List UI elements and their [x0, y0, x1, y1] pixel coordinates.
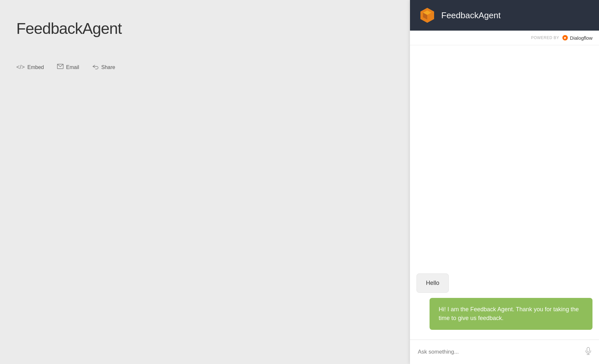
user-message-bubble: Hello [416, 273, 449, 293]
email-label: Email [66, 64, 79, 70]
share-action[interactable]: Share [92, 63, 115, 71]
mic-icon[interactable] [585, 347, 591, 357]
chat-widget: FeedbackAgent POWERED BY Dialogflow Hell… [410, 0, 599, 364]
left-panel: FeedbackAgent </> Embed Email Share [0, 0, 410, 364]
chat-header-title: FeedbackAgent [441, 10, 501, 21]
share-label: Share [101, 64, 115, 70]
chat-header: FeedbackAgent [410, 0, 599, 31]
powered-by-label: POWERED BY [531, 35, 559, 40]
action-bar: </> Embed Email Share [16, 63, 394, 71]
chat-logo-icon [419, 7, 435, 23]
chat-messages: Hello Hi! I am the Feedback Agent. Thank… [410, 45, 599, 340]
svg-rect-6 [587, 347, 590, 352]
embed-icon: </> [16, 64, 25, 71]
email-icon [57, 64, 64, 71]
dialogflow-logo: Dialogflow [562, 35, 592, 41]
agent-message-bubble: Hi! I am the Feedback Agent. Thank you f… [430, 298, 592, 330]
message-user: Hello [416, 273, 449, 293]
embed-action[interactable]: </> Embed [16, 64, 44, 71]
email-action[interactable]: Email [57, 64, 79, 71]
message-agent: Hi! I am the Feedback Agent. Thank you f… [430, 298, 592, 330]
chat-input[interactable] [418, 349, 585, 355]
powered-by-bar: POWERED BY Dialogflow [410, 31, 599, 45]
share-icon [92, 63, 99, 71]
chat-input-area[interactable] [410, 340, 599, 364]
app-title: FeedbackAgent [16, 20, 394, 37]
dialogflow-label: Dialogflow [570, 35, 592, 41]
embed-label: Embed [27, 64, 44, 70]
